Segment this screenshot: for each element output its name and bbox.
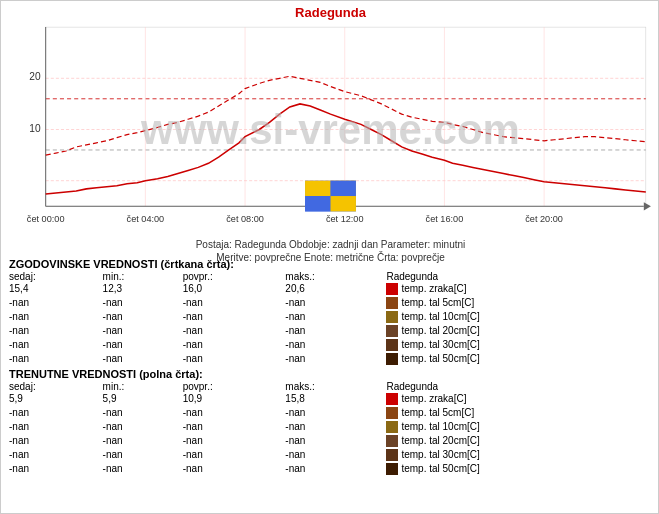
- svg-marker-21: [644, 202, 651, 210]
- table-row: 15,412,316,020,6temp. zraka[C]: [5, 282, 656, 296]
- svg-text:čet 16:00: čet 16:00: [426, 214, 464, 224]
- svg-text:20: 20: [29, 71, 41, 82]
- chart-meta-line2: Meritve: povprečne Enote: metrične Črta:…: [5, 252, 656, 263]
- current-table: sedaj: min.: povpr.: maks.: Radegunda 5,…: [5, 381, 656, 476]
- svg-text:čet 12:00: čet 12:00: [326, 214, 364, 224]
- main-container: Radegunda: [1, 1, 659, 514]
- cur-header-povpr: povpr.:: [179, 381, 282, 392]
- svg-rect-23: [305, 181, 330, 196]
- color-box: [386, 325, 398, 337]
- cur-header-sedaj: sedaj:: [5, 381, 99, 392]
- svg-text:čet 00:00: čet 00:00: [27, 214, 65, 224]
- hist-header-station: Radegunda: [382, 271, 656, 282]
- current-section-title: TRENUTNE VREDNOSTI (polna črta):: [9, 368, 656, 380]
- svg-rect-24: [305, 196, 330, 211]
- svg-text:10: 10: [29, 123, 41, 134]
- svg-text:čet 20:00: čet 20:00: [525, 214, 563, 224]
- table-row: -nan-nan-nan-nantemp. tal 5cm[C]: [5, 406, 656, 420]
- table-row: -nan-nan-nan-nantemp. tal 50cm[C]: [5, 352, 656, 366]
- table-row: -nan-nan-nan-nantemp. tal 30cm[C]: [5, 448, 656, 462]
- historical-table: sedaj: min.: povpr.: maks.: Radegunda 15…: [5, 271, 656, 366]
- color-box: [386, 297, 398, 309]
- table-row: -nan-nan-nan-nantemp. tal 20cm[C]: [5, 324, 656, 338]
- color-box: [386, 407, 398, 419]
- table-row: 5,95,910,915,8temp. zraka[C]: [5, 392, 656, 406]
- hist-header-min: min.:: [99, 271, 179, 282]
- hist-header-sedaj: sedaj:: [5, 271, 99, 282]
- svg-text:čet 08:00: čet 08:00: [226, 214, 264, 224]
- cur-header-min: min.:: [99, 381, 179, 392]
- svg-rect-26: [331, 181, 356, 196]
- color-box: [386, 463, 398, 475]
- chart-svg: 20 10 čet 00:00 čet 04:00 čet 08:00 čet …: [5, 22, 656, 237]
- color-box: [386, 339, 398, 351]
- svg-rect-0: [46, 27, 646, 206]
- color-box: [386, 353, 398, 365]
- table-row: -nan-nan-nan-nantemp. tal 10cm[C]: [5, 310, 656, 324]
- svg-text:čet 04:00: čet 04:00: [127, 214, 165, 224]
- chart-meta-line1: Postaja: Radegunda Obdobje: zadnji dan P…: [5, 239, 656, 250]
- table-row: -nan-nan-nan-nantemp. tal 5cm[C]: [5, 296, 656, 310]
- chart-svg-container: 20 10 čet 00:00 čet 04:00 čet 08:00 čet …: [5, 22, 656, 237]
- color-box: [386, 435, 398, 447]
- chart-area: 20 10 čet 00:00 čet 04:00 čet 08:00 čet …: [5, 22, 656, 252]
- cur-header-station: Radegunda: [382, 381, 656, 392]
- color-box: [386, 283, 398, 295]
- table-row: -nan-nan-nan-nantemp. tal 20cm[C]: [5, 434, 656, 448]
- hist-header-maks: maks.:: [281, 271, 382, 282]
- color-box: [386, 393, 398, 405]
- color-box: [386, 449, 398, 461]
- table-row: -nan-nan-nan-nantemp. tal 30cm[C]: [5, 338, 656, 352]
- table-row: -nan-nan-nan-nantemp. tal 10cm[C]: [5, 420, 656, 434]
- color-box: [386, 421, 398, 433]
- chart-title: Radegunda: [5, 5, 656, 20]
- table-row: -nan-nan-nan-nantemp. tal 50cm[C]: [5, 462, 656, 476]
- data-section: ZGODOVINSKE VREDNOSTI (črtkana črta): se…: [5, 256, 656, 476]
- cur-header-maks: maks.:: [281, 381, 382, 392]
- color-box: [386, 311, 398, 323]
- hist-header-povpr: povpr.:: [179, 271, 282, 282]
